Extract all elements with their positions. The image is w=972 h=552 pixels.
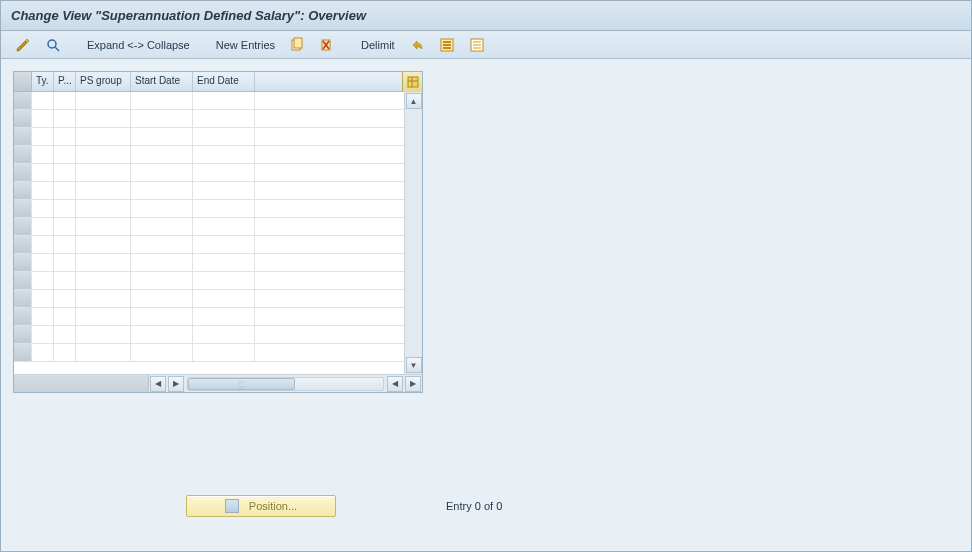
row-selector[interactable] <box>14 326 32 343</box>
vertical-scrollbar[interactable]: ▲ ▼ <box>404 92 422 374</box>
delete-icon[interactable] <box>315 35 339 55</box>
undo-icon[interactable] <box>405 35 429 55</box>
col-header-filler <box>255 72 402 91</box>
table-row[interactable] <box>14 308 404 326</box>
row-selector[interactable] <box>14 344 32 361</box>
page-title: Change View "Superannuation Defined Sala… <box>11 8 366 23</box>
horizontal-scrollbar[interactable]: ◀ ▶ ◀ ▶ <box>14 374 422 392</box>
table-row[interactable] <box>14 182 404 200</box>
row-selector[interactable] <box>14 92 32 109</box>
entry-count-text: Entry 0 of 0 <box>446 500 502 512</box>
svg-rect-8 <box>443 41 451 43</box>
svg-rect-3 <box>294 38 302 48</box>
grid-header-row: Ty. P... PS group Start Date End Date <box>14 72 422 92</box>
table-row[interactable] <box>14 92 404 110</box>
configure-columns-icon[interactable] <box>402 72 422 92</box>
row-selector[interactable] <box>14 218 32 235</box>
position-button-label: Position... <box>249 500 297 512</box>
row-selector[interactable] <box>14 236 32 253</box>
row-selector[interactable] <box>14 308 32 325</box>
footer-bar: Position... Entry 0 of 0 <box>1 491 971 521</box>
table-row[interactable] <box>14 128 404 146</box>
col-header-type[interactable]: Ty. <box>32 72 54 91</box>
select-all-icon[interactable] <box>435 35 459 55</box>
col-header-startdate[interactable]: Start Date <box>131 72 193 91</box>
col-header-enddate[interactable]: End Date <box>193 72 255 91</box>
row-selector[interactable] <box>14 200 32 217</box>
svg-rect-13 <box>473 44 481 46</box>
svg-rect-12 <box>473 41 481 43</box>
table-row[interactable] <box>14 110 404 128</box>
deselect-all-icon[interactable] <box>465 35 489 55</box>
table-row[interactable] <box>14 290 404 308</box>
grid-corner[interactable] <box>14 72 32 91</box>
table-row[interactable] <box>14 164 404 182</box>
svg-rect-9 <box>443 44 451 46</box>
svg-rect-10 <box>443 47 451 49</box>
svg-rect-15 <box>408 77 418 87</box>
row-selector[interactable] <box>14 164 32 181</box>
position-icon <box>225 499 239 513</box>
scroll-up-icon[interactable]: ▲ <box>406 93 422 109</box>
table-row[interactable] <box>14 272 404 290</box>
copy-icon[interactable] <box>285 35 309 55</box>
row-selector[interactable] <box>14 128 32 145</box>
display-details-icon[interactable] <box>41 35 65 55</box>
data-grid: Ty. P... PS group Start Date End Date <box>13 71 423 393</box>
table-row[interactable] <box>14 218 404 236</box>
vscroll-track[interactable] <box>405 110 422 356</box>
toolbar: Expand <-> Collapse New Entries Delimit <box>1 31 971 59</box>
row-selector[interactable] <box>14 110 32 127</box>
svg-point-0 <box>48 40 56 48</box>
scroll-down-icon[interactable]: ▼ <box>406 357 422 373</box>
change-mode-icon[interactable] <box>11 35 35 55</box>
row-selector[interactable] <box>14 254 32 271</box>
delimit-button[interactable]: Delimit <box>357 35 399 55</box>
scroll-right-icon[interactable]: ▶ <box>168 376 184 392</box>
scroll-left2-icon[interactable]: ◀ <box>387 376 403 392</box>
table-row[interactable] <box>14 146 404 164</box>
row-selector[interactable] <box>14 272 32 289</box>
svg-line-1 <box>55 47 59 51</box>
title-bar: Change View "Superannuation Defined Sala… <box>1 1 971 31</box>
table-row[interactable] <box>14 344 404 362</box>
scroll-left-icon[interactable]: ◀ <box>150 376 166 392</box>
position-button[interactable]: Position... <box>186 495 336 517</box>
row-selector[interactable] <box>14 182 32 199</box>
table-row[interactable] <box>14 254 404 272</box>
new-entries-button[interactable]: New Entries <box>212 35 279 55</box>
scroll-right2-icon[interactable]: ▶ <box>405 376 421 392</box>
expand-collapse-button[interactable]: Expand <-> Collapse <box>83 35 194 55</box>
col-header-p[interactable]: P... <box>54 72 76 91</box>
content-area: Ty. P... PS group Start Date End Date <box>1 59 971 551</box>
table-row[interactable] <box>14 236 404 254</box>
table-row[interactable] <box>14 200 404 218</box>
grid-body[interactable] <box>14 92 404 374</box>
hscroll-thumb[interactable] <box>188 378 295 390</box>
col-header-psgroup[interactable]: PS group <box>76 72 131 91</box>
row-selector[interactable] <box>14 290 32 307</box>
hscroll-frozen-spacer <box>14 375 149 392</box>
table-row[interactable] <box>14 326 404 344</box>
hscroll-track[interactable] <box>187 377 384 391</box>
row-selector[interactable] <box>14 146 32 163</box>
svg-rect-14 <box>473 47 481 49</box>
